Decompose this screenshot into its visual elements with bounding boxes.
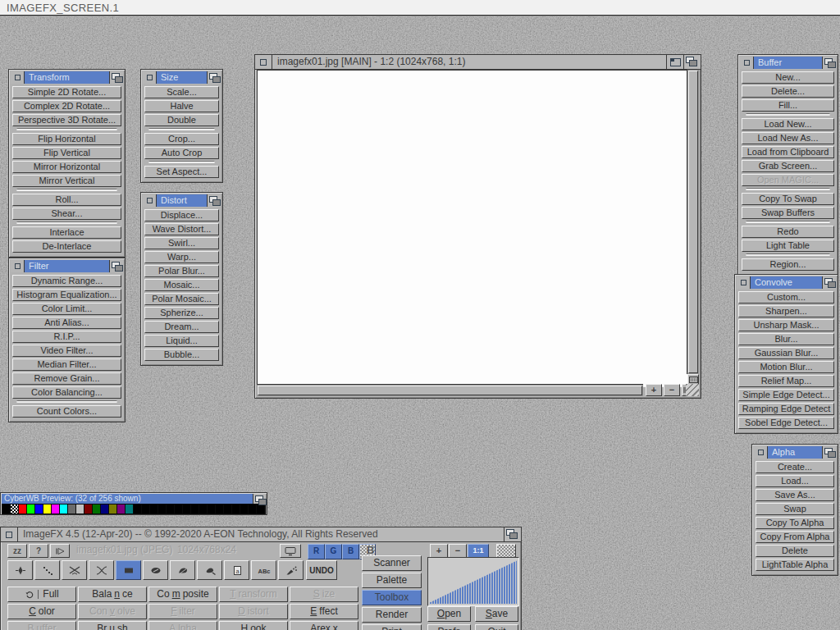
color-swatch[interactable] [183, 504, 190, 514]
color-swatch[interactable] [27, 504, 34, 514]
color-swatch[interactable] [150, 504, 158, 514]
curve-tool-icon[interactable] [89, 560, 114, 580]
color-swatch[interactable] [60, 504, 67, 514]
panel-button[interactable]: Displace... [144, 209, 219, 221]
panel-button[interactable]: Dynamic Range... [12, 275, 121, 287]
panel-button[interactable]: LightTable Alpha [756, 559, 834, 571]
panel-button[interactable]: Video Filter... [12, 345, 121, 357]
panel-button[interactable]: R.I.P... [12, 331, 121, 343]
pattern-gadget-icon[interactable] [496, 544, 516, 558]
panel-button[interactable]: Polar Mosaic... [144, 293, 219, 305]
close-icon[interactable] [754, 446, 768, 459]
channel-button-g[interactable]: G [325, 544, 342, 559]
panel-button[interactable]: Load New As... [742, 132, 834, 144]
grid-button-balance[interactable]: Balance [78, 587, 147, 602]
panel-button[interactable]: Anti Alias... [12, 317, 121, 329]
panel-button[interactable]: Complex 2D Rotate... [12, 100, 121, 112]
depth-gadget-icon[interactable] [207, 194, 221, 207]
panel-button[interactable]: Dream... [144, 321, 219, 333]
zoom-gadget-icon[interactable] [666, 55, 683, 69]
color-swatch[interactable] [175, 504, 182, 514]
grid-button-hook[interactable]: Hook [219, 621, 288, 630]
color-swatch[interactable] [240, 504, 248, 514]
panel-button[interactable]: Count Colors... [12, 405, 121, 418]
color-swatch[interactable] [232, 504, 240, 514]
panel-button[interactable]: Warp... [144, 251, 219, 263]
panel-button[interactable]: De-Interlace [12, 240, 121, 253]
close-icon[interactable] [740, 57, 754, 69]
color-swatch[interactable] [19, 504, 26, 514]
close-icon[interactable] [255, 55, 272, 69]
action-button-open[interactable]: Open [427, 606, 471, 622]
action-button-prefs[interactable]: Prefs [427, 624, 471, 630]
panel-button[interactable]: Load... [756, 475, 834, 487]
panel-button[interactable]: Copy To Swap [742, 193, 834, 205]
depth-gadget-icon[interactable] [822, 446, 836, 459]
depth-gadget-icon[interactable] [109, 71, 123, 84]
panel-button[interactable]: Sharpen... [738, 305, 834, 317]
color-swatch[interactable] [68, 504, 75, 514]
panel-button[interactable]: Redo [742, 226, 834, 238]
side-button-scanner[interactable]: Scanner [362, 555, 422, 571]
panel-button[interactable]: Swap [756, 503, 834, 515]
panel-button[interactable]: Sobel Edge Detect... [738, 417, 834, 429]
image-window-titlebar[interactable]: imagefx01.jpg [MAIN] - 1:2 (1024x768, 1:… [255, 55, 701, 70]
color-swatch[interactable] [216, 504, 223, 514]
panel-button[interactable]: Mosaic... [144, 279, 219, 291]
panel-titlebar-size[interactable]: Size [143, 71, 221, 84]
zoom-out-button[interactable]: − [449, 544, 467, 558]
panel-button[interactable]: Remove Grain... [12, 372, 121, 385]
airbrush-tool-icon[interactable] [278, 560, 304, 580]
color-swatch[interactable] [11, 504, 18, 514]
panel-titlebar-filter[interactable]: Filter [11, 260, 123, 272]
grid-button-effect[interactable]: Effect [290, 604, 358, 619]
panel-button[interactable]: Ramping Edge Detect [738, 403, 834, 415]
image-canvas[interactable] [257, 70, 691, 387]
close-icon[interactable] [11, 71, 25, 84]
panel-button[interactable]: Create... [756, 461, 834, 473]
color-swatch[interactable] [101, 504, 108, 514]
zoom-in-button[interactable]: + [646, 384, 662, 396]
panel-button[interactable]: Crop... [144, 133, 219, 145]
zoom-one-to-one-button[interactable]: 1:1 [468, 544, 489, 558]
close-icon[interactable] [143, 71, 157, 84]
depth-gadget-icon[interactable] [504, 527, 521, 541]
channel-button-r[interactable]: R [308, 544, 325, 559]
panel-button[interactable]: Scale... [144, 86, 219, 98]
panel-button[interactable]: Delete [756, 545, 834, 557]
panel-button[interactable]: Relief Map... [738, 375, 834, 387]
panel-button[interactable]: Simple 2D Rotate... [12, 86, 121, 98]
color-swatch[interactable] [249, 504, 256, 514]
panel-button[interactable]: Unsharp Mask... [738, 319, 834, 331]
panel-button[interactable]: Delete... [742, 85, 834, 98]
color-swatch[interactable] [84, 504, 92, 514]
run-icon[interactable] [50, 544, 70, 558]
zoom-in-button[interactable]: + [430, 544, 448, 558]
color-swatch[interactable] [167, 504, 174, 514]
panel-button[interactable]: Roll... [12, 194, 121, 206]
side-button-palette[interactable]: Palette [362, 573, 422, 588]
color-swatch[interactable] [199, 504, 207, 514]
resize-handle[interactable] [686, 384, 699, 396]
panel-button[interactable]: Set Aspect... [144, 166, 219, 178]
panel-button[interactable]: Motion Blur... [738, 361, 834, 373]
color-swatch[interactable] [76, 504, 84, 514]
color-swatch[interactable] [257, 504, 264, 514]
panel-button[interactable]: Double [144, 114, 219, 126]
color-swatch[interactable] [208, 504, 215, 514]
pointer-tool-icon[interactable] [7, 560, 33, 580]
panel-button[interactable]: Wave Distort... [144, 223, 219, 235]
color-swatch[interactable] [93, 504, 100, 514]
panel-button[interactable]: Load from Clipboard [742, 146, 834, 158]
panel-button[interactable]: Median Filter... [12, 358, 121, 371]
brush-tool-icon[interactable] [170, 560, 195, 580]
panel-button[interactable]: Spherize... [144, 307, 219, 319]
panel-button[interactable]: Polar Blur... [144, 265, 219, 277]
panel-button[interactable]: Copy To Alpha [756, 517, 834, 529]
side-button-print[interactable]: Print [362, 624, 422, 630]
panel-button[interactable]: Copy From Alpha [756, 531, 834, 543]
depth-gadget-icon[interactable] [683, 55, 701, 69]
panel-button[interactable]: Simple Edge Detect... [738, 389, 834, 401]
panel-button[interactable]: Blur... [738, 333, 834, 345]
color-swatch[interactable] [126, 504, 133, 514]
